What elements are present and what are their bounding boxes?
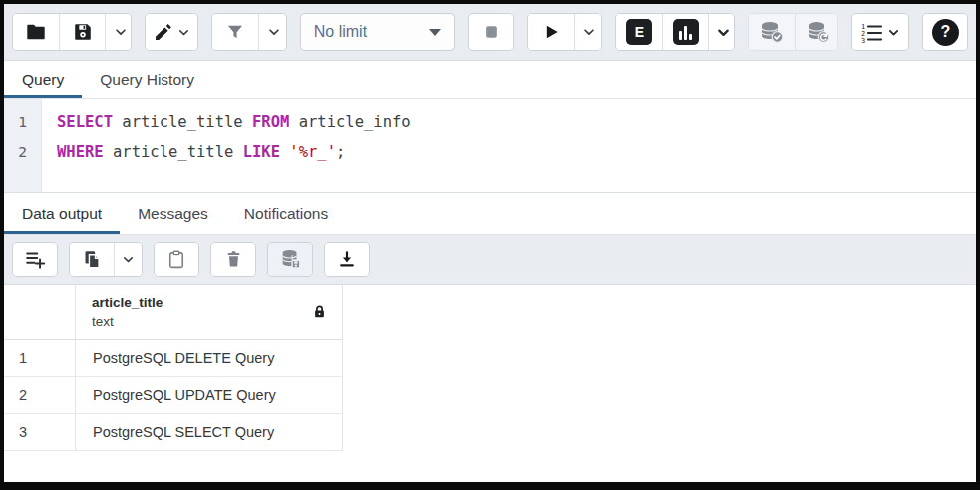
svg-text:3: 3 (861, 37, 865, 43)
commit-button[interactable] (749, 14, 795, 50)
table-row: 1 PostgreSQL DELETE Query (4, 340, 976, 377)
trash-icon (224, 249, 243, 269)
chevron-down-icon (267, 25, 281, 39)
cancel-query-button[interactable] (469, 14, 513, 50)
delete-row-button[interactable] (211, 243, 255, 276)
add-row-icon (24, 248, 46, 270)
chevron-down-icon (582, 25, 596, 39)
chevron-down-icon (716, 25, 731, 40)
download-button[interactable] (325, 243, 369, 276)
edit-button-group (145, 13, 198, 51)
execute-button-group (527, 13, 603, 51)
filter-funnel-icon (225, 22, 245, 42)
sql-identifier: article_info (289, 113, 410, 131)
copy-dropdown-button[interactable] (114, 243, 142, 276)
help-icon: ? (932, 19, 959, 46)
rollback-button[interactable] (795, 14, 838, 50)
tab-query[interactable]: Query (4, 61, 82, 98)
copy-icon (82, 249, 103, 270)
sql-string: '%r_' (289, 143, 336, 161)
add-row-button[interactable] (13, 243, 57, 276)
data-cell[interactable]: PostgreSQL UPDATE Query (76, 377, 343, 414)
query-tool-window: No limit E (0, 0, 980, 490)
database-commit-icon (759, 20, 785, 44)
row-number-cell[interactable]: 2 (4, 377, 76, 414)
tab-query-history[interactable]: Query History (82, 61, 212, 98)
folder-icon (25, 21, 47, 43)
explain-e-icon: E (626, 19, 652, 45)
data-cell[interactable]: PostgreSQL SELECT Query (76, 414, 343, 451)
column-type: text (92, 313, 163, 330)
filter-dropdown-button[interactable] (258, 14, 287, 50)
macros-button-group: 1 2 3 (851, 13, 908, 51)
code-line-2: WHERE article_title LIKE '%r_'; (57, 137, 411, 167)
sql-identifier: article_title (113, 113, 252, 131)
line-number: 2 (4, 137, 41, 167)
sql-keyword: SELECT (57, 113, 113, 131)
download-icon (337, 249, 357, 270)
output-tab-bar: Data output Messages Notifications (4, 193, 976, 235)
save-data-button-group (267, 242, 313, 277)
execute-button[interactable] (528, 14, 574, 50)
column-header-labels: article_title text (92, 294, 163, 330)
row-number-cell[interactable]: 1 (4, 340, 76, 377)
sql-keyword: FROM (252, 113, 289, 131)
editor-code-area[interactable]: SELECT article_title FROM article_info W… (42, 99, 411, 192)
save-file-button[interactable] (59, 14, 105, 50)
chevron-down-icon (887, 26, 900, 39)
add-row-button-group (12, 242, 58, 277)
open-file-button[interactable] (13, 14, 59, 50)
execute-dropdown-button[interactable] (574, 14, 603, 50)
table-row: 2 PostgreSQL UPDATE Query (4, 377, 976, 414)
explain-dropdown-button[interactable] (708, 14, 735, 50)
grid-corner-cell[interactable] (4, 285, 76, 340)
grid-column-header[interactable]: article_title text (76, 285, 343, 340)
numbered-list-icon: 1 2 3 (859, 21, 883, 43)
line-number: 1 (4, 107, 41, 137)
main-toolbar: No limit E (4, 4, 976, 61)
row-limit-select[interactable]: No limit (300, 13, 456, 51)
copy-button[interactable] (70, 243, 114, 276)
chevron-down-icon (177, 26, 190, 39)
paste-button-group (154, 242, 199, 277)
explain-button[interactable]: E (616, 14, 662, 50)
sql-space (280, 143, 289, 161)
tab-query-history-label: Query History (100, 71, 194, 89)
transaction-button-group (748, 13, 838, 51)
explain-button-group: E (615, 13, 735, 51)
sql-editor[interactable]: 1 2 SELECT article_title FROM article_in… (4, 99, 976, 193)
stop-icon (482, 22, 501, 42)
lock-icon (311, 303, 328, 321)
row-number-cell[interactable]: 3 (4, 414, 76, 451)
output-toolbar (4, 235, 976, 285)
sql-keyword: LIKE (243, 143, 280, 161)
database-rollback-icon (806, 20, 831, 44)
paste-button[interactable] (155, 243, 198, 276)
tab-data-output[interactable]: Data output (4, 193, 120, 234)
tab-notifications[interactable]: Notifications (226, 193, 346, 234)
help-button[interactable]: ? (923, 14, 968, 50)
filter-button[interactable] (212, 14, 258, 50)
help-button-group: ? (922, 13, 968, 51)
grid-header-row: article_title text (4, 285, 976, 340)
filter-button-group (211, 13, 287, 51)
play-icon (541, 22, 561, 42)
copy-button-group (69, 242, 143, 277)
column-name: article_title (92, 294, 163, 311)
explain-analyze-chart-icon (673, 19, 699, 45)
tab-data-output-label: Data output (22, 205, 102, 223)
pencil-icon (153, 22, 173, 43)
explain-analyze-button[interactable] (662, 14, 708, 50)
save-data-changes-button[interactable] (268, 243, 312, 276)
cancel-button-group (468, 13, 513, 51)
paste-clipboard-icon (166, 249, 186, 270)
tab-messages[interactable]: Messages (120, 193, 226, 234)
edit-dropdown-button[interactable] (146, 14, 197, 50)
file-button-group (12, 13, 132, 51)
chevron-down-icon (114, 25, 128, 39)
save-dropdown-button[interactable] (105, 14, 132, 50)
data-cell[interactable]: PostgreSQL DELETE Query (76, 340, 343, 377)
tab-notifications-label: Notifications (244, 205, 328, 223)
query-tab-bar: Query Query History (4, 61, 976, 99)
macros-button[interactable]: 1 2 3 (852, 14, 907, 50)
